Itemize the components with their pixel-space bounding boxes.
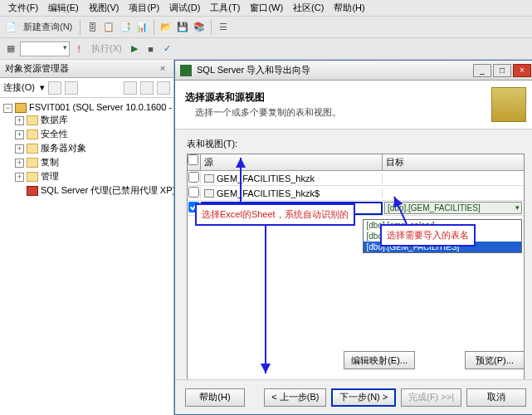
import-export-wizard: SQL Server 导入和导出向导 _ □ × 选择源表和源视图 选择一个或多… [174, 60, 532, 415]
preview-button[interactable]: 预览(P)... [465, 351, 525, 369]
next-button[interactable]: 下一步(N) > [331, 388, 396, 407]
ex-btn-4[interactable] [140, 81, 154, 95]
check-icon[interactable]: ✓ [160, 42, 175, 56]
tree-view[interactable]: −FSVIT001 (SQL Server 10.0.1600 - sa) +数… [0, 98, 173, 415]
menu-debug[interactable]: 调试(D) [164, 0, 205, 16]
toolbar-main: 📄 新建查询(N) 🗄 📋 📑 📊 📂 💾 📚 ☰ [0, 17, 532, 38]
tree-agent[interactable]: SQL Server 代理(已禁用代理 XP) [41, 185, 173, 195]
icon-d[interactable]: 📊 [134, 20, 149, 35]
tree-srv[interactable]: 服务器对象 [41, 143, 86, 153]
ex-btn-1[interactable] [48, 81, 61, 95]
edit-mappings-button[interactable]: 编辑映射(E)... [344, 351, 415, 369]
save-icon[interactable]: 💾 [175, 20, 190, 35]
tree-rep[interactable]: 复制 [41, 157, 59, 167]
tree-db[interactable]: 数据库 [41, 115, 68, 124]
menu-community[interactable]: 社区(C) [288, 0, 329, 16]
callout-left: 选择Excel的Sheet，系统自动识别的 [195, 203, 355, 226]
tree-root[interactable]: FSVIT001 (SQL Server 10.0.1600 - sa) [29, 102, 173, 112]
close-icon[interactable]: × [513, 64, 531, 77]
help-button[interactable]: 帮助(H) [185, 388, 245, 407]
connect-icon[interactable]: ▦ [3, 42, 18, 56]
new-query-button[interactable]: 新建查询(N) [20, 21, 76, 33]
execute-button[interactable]: 执行(X) [88, 42, 125, 55]
col-dest[interactable]: 目标 [383, 154, 524, 170]
play-icon[interactable]: ▶ [127, 42, 142, 56]
row-0-check[interactable] [188, 172, 199, 183]
menu-edit[interactable]: 编辑(E) [43, 0, 84, 16]
wizard-header-icon [491, 87, 526, 122]
stop-icon[interactable]: ■ [144, 42, 159, 56]
menu-view[interactable]: 视图(V) [84, 0, 124, 16]
check-all[interactable] [188, 154, 198, 165]
list-icon[interactable]: ☰ [216, 20, 231, 35]
menu-bar: 文件(F) 编辑(E) 视图(V) 项目(P) 调试(D) 工具(T) 窗口(W… [0, 0, 532, 17]
row-1-check[interactable] [188, 187, 199, 198]
callout-right: 选择需要导入的表名 [380, 224, 476, 247]
connect-label[interactable]: 连接(O) [3, 81, 37, 94]
menu-window[interactable]: 窗口(W) [245, 0, 288, 16]
wizard-subheading: 选择一个或多个要复制的表和视图。 [185, 106, 341, 119]
grid-label: 表和视图(T): [187, 138, 525, 150]
maximize-icon[interactable]: □ [493, 64, 511, 77]
row-2-dst-select[interactable]: [dbo].[GEM_FACILITIES] [384, 202, 522, 214]
new-query-icon[interactable]: 📄 [3, 20, 18, 35]
finish-button: 完成(F) >>| [401, 388, 461, 407]
menu-file[interactable]: 文件(F) [3, 0, 43, 16]
menu-project[interactable]: 项目(P) [124, 0, 164, 16]
tree-mgmt[interactable]: 管理 [41, 171, 59, 181]
ex-btn-3[interactable] [124, 81, 137, 95]
wizard-heading: 选择源表和源视图 [185, 90, 341, 105]
wizard-icon [180, 65, 192, 76]
menu-help[interactable]: 帮助(H) [329, 0, 369, 16]
cancel-button[interactable]: 取消 [466, 388, 526, 407]
col-source[interactable]: 源 [201, 154, 383, 170]
icon-b[interactable]: 📋 [101, 20, 116, 35]
row-1-src[interactable]: GEM_FACILITIES_hkzk$ [217, 188, 320, 198]
tree-sec[interactable]: 安全性 [41, 129, 68, 139]
row-0-src[interactable]: GEM_FACILITIES_hkzk [217, 173, 315, 183]
object-explorer: 对象资源管理器 × 连接(O)▾ −FSVIT001 (SQL Server 1… [0, 60, 174, 415]
toolbar-sql: ▦ ! 执行(X) ▶ ■ ✓ [0, 38, 532, 60]
back-button[interactable]: < 上一步(B) [264, 388, 326, 407]
db-icon[interactable]: 🗄 [85, 20, 100, 35]
save-all-icon[interactable]: 📚 [192, 20, 207, 35]
execute-icon[interactable]: ! [71, 42, 86, 56]
explorer-title: 对象资源管理器 [5, 62, 69, 75]
open-icon[interactable]: 📂 [159, 20, 173, 35]
wizard-title: SQL Server 导入和导出向导 [197, 64, 310, 76]
database-combo[interactable] [20, 42, 70, 56]
explorer-close-icon[interactable]: × [157, 63, 168, 75]
ex-btn-5[interactable] [157, 81, 170, 95]
icon-c[interactable]: 📑 [118, 20, 133, 35]
menu-tools[interactable]: 工具(T) [205, 0, 245, 16]
minimize-icon[interactable]: _ [473, 64, 491, 77]
ex-btn-2[interactable] [65, 81, 78, 95]
